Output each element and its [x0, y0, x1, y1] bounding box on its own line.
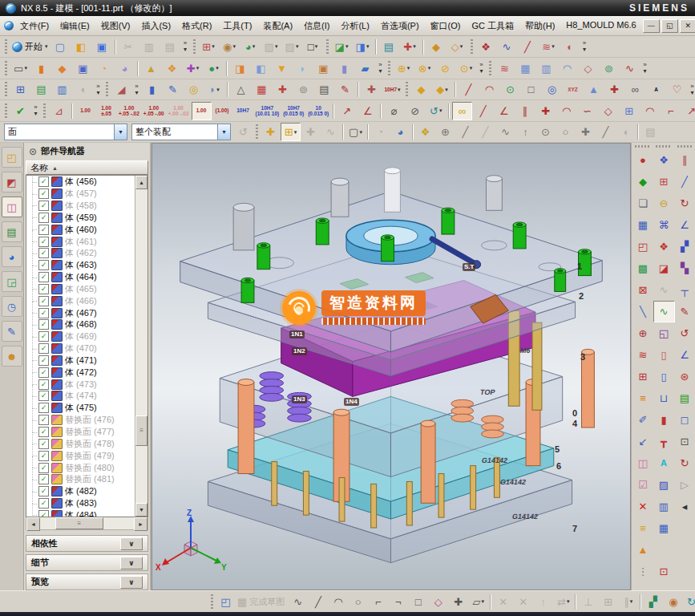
item-checkbox[interactable]: ✓: [38, 355, 49, 366]
arc-button[interactable]: ◠: [479, 80, 499, 99]
chain-button[interactable]: ∞: [452, 102, 472, 120]
through-curves-button[interactable]: ≋: [495, 59, 515, 78]
finish-sketch-button[interactable]: ▦完成草图: [236, 593, 288, 611]
boxed-section-button[interactable]: ⊞: [653, 171, 675, 192]
snap-reset-button[interactable]: ↺: [233, 123, 253, 141]
pin-icon[interactable]: ⊙: [29, 146, 37, 157]
yellow-bars-button[interactable]: ≡: [632, 517, 654, 539]
snap-end-button[interactable]: ✚: [301, 123, 321, 141]
sketch-line-button[interactable]: ╱: [308, 593, 328, 611]
gold-cubes-button[interactable]: ◆: [411, 80, 431, 99]
replace-face-button[interactable]: ⊘: [435, 59, 455, 78]
tools-palette-tab[interactable]: ✎: [2, 321, 22, 342]
assembly-navigator-tab[interactable]: ◰: [2, 147, 22, 168]
helix-button[interactable]: ◎: [542, 80, 562, 99]
navigator-item[interactable]: ✓体 (466): [26, 295, 135, 307]
hscroll-track[interactable]: ≡: [40, 517, 134, 529]
cursor-note-button[interactable]: ▷: [674, 474, 695, 496]
menu-item[interactable]: 视图(V): [95, 18, 136, 34]
offset-curve-button[interactable]: ▱▾: [468, 593, 488, 611]
teal-undo-button[interactable]: ↺▾: [426, 102, 446, 120]
snap-line-button[interactable]: ╱: [455, 123, 475, 141]
ruled-surface-button[interactable]: ▦: [515, 59, 535, 78]
tube-button[interactable]: ∿: [620, 59, 640, 78]
annotation-pin-button[interactable]: ✎: [335, 80, 355, 99]
grid-box-button[interactable]: ▦: [653, 517, 675, 539]
make-corner-button[interactable]: ↑: [533, 593, 553, 611]
sketch-arc-button[interactable]: ◠: [328, 593, 348, 611]
slot-button[interactable]: ⊔: [653, 387, 675, 409]
snap-point-button[interactable]: ✚: [261, 123, 281, 141]
extrude-button[interactable]: ▮: [31, 59, 51, 78]
revolve-button[interactable]: ◆: [52, 59, 72, 78]
toolbar-overflow-icon[interactable]: »▾: [688, 81, 695, 98]
constraint-point-button[interactable]: ◇: [598, 102, 618, 120]
constraint-equal-button[interactable]: ∽: [577, 102, 597, 120]
pink-note-button[interactable]: ◫: [632, 452, 654, 474]
draft-button[interactable]: ▮: [334, 59, 354, 78]
navigator-item[interactable]: ✓体 (474): [26, 391, 135, 403]
quick-extend-button[interactable]: ✕: [513, 593, 533, 611]
chevron-down-icon[interactable]: ∨: [120, 537, 143, 550]
snap-pole-button[interactable]: ↑: [515, 123, 535, 141]
sketch-rectangle-button[interactable]: □: [408, 593, 428, 611]
toolbar-overflow-icon[interactable]: »▾: [94, 81, 103, 98]
angle-measure-button[interactable]: ∠: [674, 214, 695, 236]
menu-item[interactable]: 插入(S): [135, 18, 176, 34]
item-checkbox[interactable]: ✓: [38, 439, 49, 449]
sweep-guide-button[interactable]: ⊚: [599, 59, 619, 78]
dim-tol-none-button[interactable]: 1.00: [75, 102, 95, 120]
columns-button[interactable]: ▥: [653, 496, 675, 517]
item-checkbox[interactable]: ✓: [38, 451, 49, 461]
taper-angle-button[interactable]: ∠: [358, 102, 378, 120]
small-arrow-button[interactable]: ◂: [674, 496, 695, 517]
horizontal-scrollbar[interactable]: ◄ ≡ ►: [26, 517, 148, 530]
constraint-corner-button[interactable]: ⌐: [661, 102, 681, 120]
constraint-parallel-button[interactable]: ∥: [515, 102, 535, 120]
new-button[interactable]: ▢: [51, 38, 71, 56]
pen-tool-button[interactable]: ✎: [163, 80, 183, 99]
restore-button[interactable]: ◱: [661, 19, 678, 33]
history-tab[interactable]: ◷: [2, 296, 22, 317]
snap-line2-button[interactable]: ╱: [475, 123, 495, 141]
scroll-thumb[interactable]: ≡: [135, 415, 147, 446]
navigator-item[interactable]: ✓体 (471): [26, 355, 135, 367]
corner-feature-button[interactable]: ⊿: [49, 102, 69, 120]
wireframe-button[interactable]: ▨▾: [282, 38, 302, 56]
boxed-x-button[interactable]: ⊠: [632, 279, 654, 301]
sketch-chamfer-button[interactable]: ¬: [388, 593, 408, 611]
slope-button[interactable]: ↗: [337, 102, 357, 120]
tee-button[interactable]: ┬: [674, 279, 695, 301]
item-checkbox[interactable]: ✓: [38, 331, 49, 342]
screen-layout-button[interactable]: ⊞▾: [199, 38, 219, 56]
red-column-button[interactable]: ▮: [653, 409, 675, 431]
layer-category-button[interactable]: ▥: [52, 80, 72, 99]
fit-10h7-button[interactable]: 10H7: [233, 102, 253, 120]
hscroll-thumb[interactable]: ≡: [55, 517, 103, 529]
plus-box-button[interactable]: ⊞: [632, 366, 654, 387]
orient-view-button[interactable]: ▞: [643, 593, 663, 611]
item-checkbox[interactable]: ✓: [38, 237, 49, 247]
trim-body-button[interactable]: ◗: [293, 59, 313, 78]
navigator-item[interactable]: ✓体 (469): [26, 330, 135, 342]
diameter-button[interactable]: ⌀: [384, 102, 404, 120]
shell-button[interactable]: ▣: [313, 59, 333, 78]
link-curves-button[interactable]: ∞: [625, 80, 645, 99]
item-checkbox[interactable]: ✓: [38, 498, 49, 509]
dim-paren-button[interactable]: (1.00): [212, 102, 232, 120]
item-checkbox[interactable]: ✓: [38, 260, 49, 270]
datum-csys-button[interactable]: ❖: [162, 59, 182, 78]
combo-arrow-icon[interactable]: ▼: [114, 124, 127, 140]
quick-trim-button[interactable]: ✕: [493, 593, 513, 611]
item-checkbox[interactable]: ✓: [38, 201, 49, 211]
item-checkbox[interactable]: ✓: [38, 308, 49, 318]
save-button[interactable]: ▣: [92, 38, 112, 56]
eraser-button[interactable]: ◢: [111, 80, 131, 99]
hidden-edges-button[interactable]: ▧▾: [261, 38, 281, 56]
item-checkbox[interactable]: ✓: [38, 319, 49, 330]
toolbar-overflow-icon[interactable]: »▾: [640, 60, 649, 77]
vector-arrow-button[interactable]: ╱: [674, 171, 695, 192]
part-families-button[interactable]: ▦: [252, 80, 272, 99]
parallel-lines-button[interactable]: ∥: [674, 149, 695, 171]
edit-object-display-button[interactable]: ●: [632, 149, 654, 171]
